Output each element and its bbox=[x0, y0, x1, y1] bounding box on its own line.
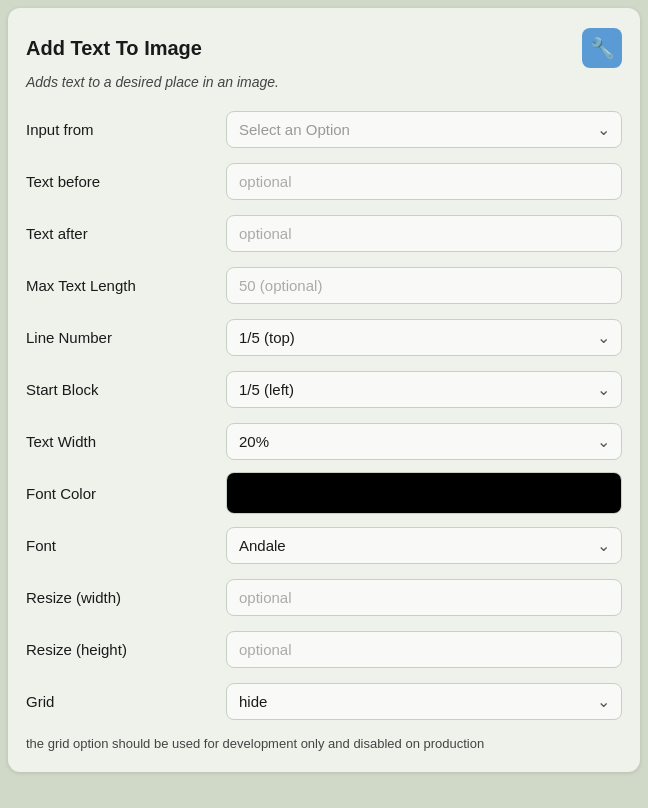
control-max-text-length bbox=[226, 267, 622, 304]
control-font-color bbox=[226, 472, 622, 514]
footer-note: the grid option should be used for devel… bbox=[26, 734, 622, 754]
form-row-input-from: Input fromSelect an OptionSelect an Opti… bbox=[26, 108, 622, 150]
control-text-after bbox=[226, 215, 622, 252]
input-max-text-length[interactable] bbox=[226, 267, 622, 304]
input-resize-width[interactable] bbox=[226, 579, 622, 616]
control-resize-width bbox=[226, 579, 622, 616]
add-text-to-image-card: Add Text To Image 🔧 Adds text to a desir… bbox=[8, 8, 640, 772]
label-grid: Grid bbox=[26, 693, 226, 710]
label-input-from: Input from bbox=[26, 121, 226, 138]
form-row-line-number: Line Number1/5 (top)2/53/54/55/5 (bottom… bbox=[26, 316, 622, 358]
select-line-number[interactable]: 1/5 (top)2/53/54/55/5 (bottom) bbox=[226, 319, 622, 356]
input-resize-height[interactable] bbox=[226, 631, 622, 668]
wrench-icon: 🔧 bbox=[590, 36, 615, 60]
control-text-before bbox=[226, 163, 622, 200]
control-font: AndaleArialTimes New RomanCourier bbox=[226, 527, 622, 564]
form-row-max-text-length: Max Text Length bbox=[26, 264, 622, 306]
control-input-from: Select an OptionSelect an Option bbox=[226, 111, 622, 148]
form-fields: Input fromSelect an OptionSelect an Opti… bbox=[26, 108, 622, 722]
control-start-block: 1/5 (left)2/53/54/55/5 (right) bbox=[226, 371, 622, 408]
select-font[interactable]: AndaleArialTimes New RomanCourier bbox=[226, 527, 622, 564]
select-text-width[interactable]: 20%40%60%80%100% bbox=[226, 423, 622, 460]
label-text-before: Text before bbox=[26, 173, 226, 190]
wrench-icon-button[interactable]: 🔧 bbox=[582, 28, 622, 68]
input-text-after[interactable] bbox=[226, 215, 622, 252]
select-input-from[interactable]: Select an OptionSelect an Option bbox=[226, 111, 622, 148]
color-swatch-font-color bbox=[227, 473, 621, 513]
label-text-width: Text Width bbox=[26, 433, 226, 450]
form-row-font-color: Font Color bbox=[26, 472, 622, 514]
form-row-text-width: Text Width20%40%60%80%100% bbox=[26, 420, 622, 462]
select-wrapper-grid: hideshow bbox=[226, 683, 622, 720]
control-resize-height bbox=[226, 631, 622, 668]
label-start-block: Start Block bbox=[26, 381, 226, 398]
label-resize-width: Resize (width) bbox=[26, 589, 226, 606]
label-font-color: Font Color bbox=[26, 485, 226, 502]
form-row-text-before: Text before bbox=[26, 160, 622, 202]
label-max-text-length: Max Text Length bbox=[26, 277, 226, 294]
control-text-width: 20%40%60%80%100% bbox=[226, 423, 622, 460]
input-text-before[interactable] bbox=[226, 163, 622, 200]
form-row-text-after: Text after bbox=[26, 212, 622, 254]
control-grid: hideshow bbox=[226, 683, 622, 720]
select-wrapper-text-width: 20%40%60%80%100% bbox=[226, 423, 622, 460]
control-line-number: 1/5 (top)2/53/54/55/5 (bottom) bbox=[226, 319, 622, 356]
label-resize-height: Resize (height) bbox=[26, 641, 226, 658]
card-header: Add Text To Image 🔧 bbox=[26, 28, 622, 68]
select-wrapper-input-from: Select an OptionSelect an Option bbox=[226, 111, 622, 148]
form-row-grid: Gridhideshow bbox=[26, 680, 622, 722]
card-title: Add Text To Image bbox=[26, 37, 202, 60]
form-row-start-block: Start Block1/5 (left)2/53/54/55/5 (right… bbox=[26, 368, 622, 410]
card-subtitle: Adds text to a desired place in an image… bbox=[26, 74, 622, 90]
form-row-resize-height: Resize (height) bbox=[26, 628, 622, 670]
form-row-resize-width: Resize (width) bbox=[26, 576, 622, 618]
label-font: Font bbox=[26, 537, 226, 554]
label-text-after: Text after bbox=[26, 225, 226, 242]
form-row-font: FontAndaleArialTimes New RomanCourier bbox=[26, 524, 622, 566]
select-wrapper-start-block: 1/5 (left)2/53/54/55/5 (right) bbox=[226, 371, 622, 408]
select-start-block[interactable]: 1/5 (left)2/53/54/55/5 (right) bbox=[226, 371, 622, 408]
select-wrapper-font: AndaleArialTimes New RomanCourier bbox=[226, 527, 622, 564]
select-wrapper-line-number: 1/5 (top)2/53/54/55/5 (bottom) bbox=[226, 319, 622, 356]
label-line-number: Line Number bbox=[26, 329, 226, 346]
color-input-wrapper-font-color[interactable] bbox=[226, 472, 622, 514]
select-grid[interactable]: hideshow bbox=[226, 683, 622, 720]
